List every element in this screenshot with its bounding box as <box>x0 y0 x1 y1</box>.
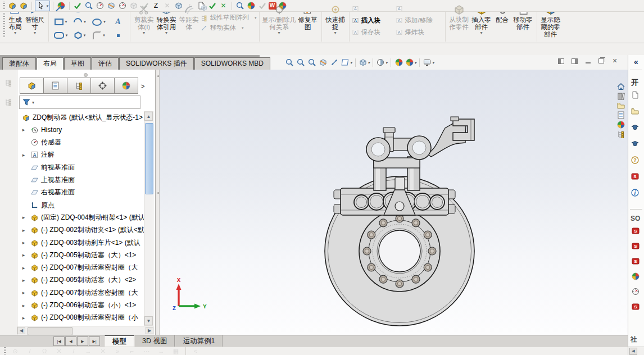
sketch-text-tool[interactable]: A <box>108 15 128 29</box>
performance-evaluation-icon[interactable] <box>117 1 128 11</box>
clearance-verification-icon[interactable]: ✕ <box>162 1 173 11</box>
minimize-button[interactable] <box>583 57 592 65</box>
zoom-to-area-icon[interactable] <box>296 58 306 67</box>
mass-properties-icon[interactable] <box>95 1 105 11</box>
pane-right-button[interactable] <box>570 57 579 65</box>
sheet-view-icon[interactable]: ▾ <box>341 58 352 67</box>
linear-pattern-button[interactable]: 线性草图阵列▾ <box>200 13 257 22</box>
sketch-offset-tool[interactable]: → <box>81 347 95 355</box>
sketch-mirror-tool[interactable]: ✕ <box>96 347 110 355</box>
tree-item[interactable]: ▸ (-) ZDQ-006制动活塞（小）<1> <box>17 299 144 312</box>
dimxpertmanager-tab[interactable] <box>90 78 115 94</box>
sketch-chamfer-tool[interactable]: / <box>67 347 80 355</box>
tree-item[interactable]: ▸ (-) ZDQ-005制动活塞（大）<2> <box>17 274 144 286</box>
hidden-toolbar-icon-1[interactable] <box>3 78 13 87</box>
sw-tool-icon-1[interactable] <box>631 226 641 235</box>
viewport-3d-model[interactable]: X Y Z <box>160 70 628 335</box>
section-properties-icon[interactable] <box>106 1 116 11</box>
tree-item[interactable]: ▸ (-) ZDQ-008制动活塞密封圈（小 <box>17 312 144 324</box>
sketch-trim-tool[interactable]: ✕ <box>52 347 66 355</box>
model-tab-3D 视图[interactable]: 3D 视图 <box>134 335 175 347</box>
tree-item[interactable]: ▸ (-) ZDQ-005制动活塞（大）<1> <box>17 249 144 261</box>
sw-tool-icon-4[interactable] <box>631 271 641 281</box>
rebuild-icon[interactable] <box>72 1 83 11</box>
scroll-right-button[interactable]: ▶ <box>146 327 153 334</box>
sw-tool-icon-5[interactable] <box>631 286 641 296</box>
view-settings-icon[interactable]: ▾ <box>423 58 434 67</box>
check-gray-icon[interactable] <box>257 1 267 11</box>
scroll-left-button[interactable]: ◀ <box>17 327 25 334</box>
expand-arrow-icon[interactable]: ▸ <box>21 227 26 233</box>
help-icon[interactable] <box>630 155 640 165</box>
scroll-thumb[interactable] <box>28 327 72 335</box>
close-button[interactable]: ✕ <box>610 57 619 65</box>
info-icon[interactable] <box>630 188 640 197</box>
last-tab-button[interactable]: ▶| <box>89 336 100 346</box>
sw-tool-icon-3[interactable] <box>631 256 641 266</box>
expand-arrow-icon[interactable]: ▸ <box>21 277 26 283</box>
clear-selections-icon[interactable]: ✕ <box>219 1 229 11</box>
tree-item[interactable]: ▸ 右视基准面 <box>17 186 144 199</box>
collapse-task-pane-button[interactable]: « <box>628 56 644 67</box>
drag-handle[interactable] <box>4 347 6 355</box>
tree-item[interactable]: ▸ (固定) ZDQ-004制动钳架<1> (默认 <box>17 211 144 224</box>
panel-splitter[interactable] <box>156 70 160 335</box>
panel-resize-handle[interactable] <box>84 73 88 77</box>
sketch-construction-tool[interactable]: ⋯ <box>140 347 153 355</box>
sketch-arc-tool[interactable]: ▾ <box>70 15 89 29</box>
design-library-tab[interactable] <box>616 91 626 101</box>
first-tab-button[interactable]: |◀ <box>53 336 65 346</box>
tree-item[interactable]: ▸ 上视基准面 <box>17 174 144 186</box>
zoom-to-fit-icon[interactable] <box>284 58 294 67</box>
interference-detection-icon[interactable] <box>129 1 139 11</box>
tree-filter-input[interactable]: ▾ <box>19 95 140 109</box>
model-tab-模型[interactable]: 模型 <box>105 335 134 347</box>
tree-item[interactable]: ▸ ZDQ制动器 (默认<默认_显示状态-1> <box>17 111 144 124</box>
next-tab-button[interactable]: ▶ <box>77 336 88 346</box>
sw-tool-icon-2[interactable] <box>631 241 641 251</box>
expand-arrow-icon[interactable]: ▸ <box>21 152 26 158</box>
drag-handle[interactable] <box>3 2 5 10</box>
display-style-icon[interactable]: ▾ <box>376 58 388 67</box>
exploded-view-icon[interactable] <box>19 1 29 11</box>
expand-arrow-icon[interactable]: ▸ <box>21 303 26 308</box>
scroll-thumb[interactable] <box>145 123 153 194</box>
expand-arrow-icon[interactable]: ▸ <box>21 265 26 271</box>
sketch-fillet-tool[interactable]: ▾ <box>89 29 108 42</box>
tab-评估[interactable]: 评估 <box>92 57 119 70</box>
sketch-corner-tool[interactable]: ⌐ <box>125 347 139 355</box>
tree-item[interactable]: ▸ 原点 <box>17 199 144 211</box>
restore-button[interactable] <box>597 57 606 65</box>
sketch-polygon-tool[interactable]: ▾ <box>70 29 89 42</box>
sketch-pattern-tool[interactable]: » <box>111 347 124 355</box>
move-entities-button[interactable]: 移动实体▾ <box>200 24 257 32</box>
featuremanager-tab[interactable] <box>20 78 44 94</box>
training-icon[interactable] <box>630 122 640 132</box>
annotation-view-icon[interactable] <box>329 58 339 67</box>
sw-tool-icon-6[interactable] <box>631 302 641 311</box>
show-with-dependents-icon[interactable] <box>7 1 17 11</box>
edit-appearance-icon[interactable] <box>394 58 404 67</box>
select-tool[interactable]: ▾ <box>35 1 50 11</box>
forum-tab[interactable] <box>616 129 626 139</box>
tab-SOLIDWORKS MBD[interactable]: SOLIDWORKS MBD <box>194 57 270 70</box>
displaymanager-tab[interactable] <box>114 78 138 94</box>
sketch-grid-tool[interactable]: ▦ <box>169 347 183 355</box>
more-tabs-button[interactable]: > <box>138 79 148 94</box>
tree-item[interactable]: ▸ 前视基准面 <box>17 161 144 174</box>
whats-new-icon[interactable] <box>630 171 640 181</box>
tree-item[interactable]: ▸ (-) ZDQ-003制动刹车片<1> (默认 <box>17 236 144 249</box>
explode-block-button[interactable]: 爆炸块 <box>396 26 443 38</box>
sketch-arc-tool[interactable]: Ω <box>38 347 51 355</box>
expand-arrow-icon[interactable]: ▸ <box>21 240 26 245</box>
sketch-circle-tool[interactable]: ⊙ <box>8 347 22 355</box>
tab-草图[interactable]: 草图 <box>64 57 91 70</box>
design-checker-icon[interactable] <box>235 1 245 11</box>
costing-icon[interactable] <box>246 1 256 11</box>
verification-icon[interactable] <box>207 1 217 11</box>
tree-item[interactable]: ▸ 注解 <box>17 149 144 161</box>
sketch-slot-tool[interactable]: ▾ <box>51 29 70 42</box>
scroll-up-button[interactable]: ▲ <box>144 112 153 121</box>
caliper-body[interactable] <box>366 124 466 190</box>
configurationmanager-tab[interactable] <box>67 78 91 94</box>
